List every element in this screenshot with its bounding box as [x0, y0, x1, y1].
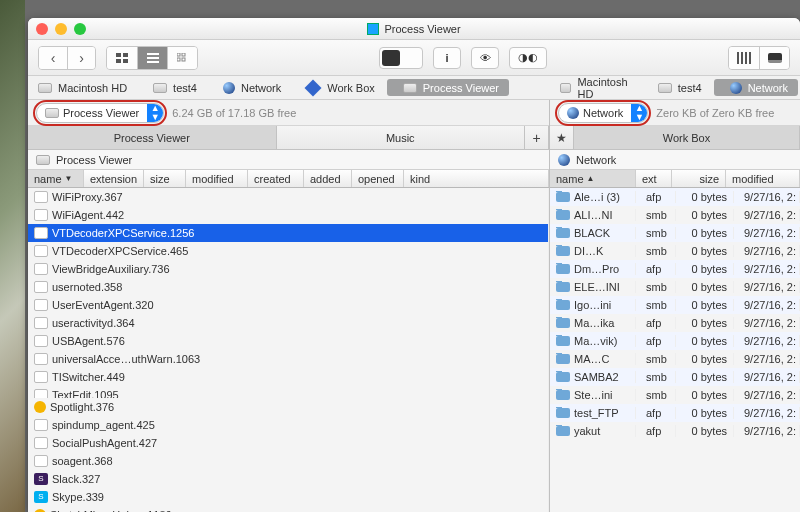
globe-icon: [223, 82, 235, 94]
col-kind[interactable]: kind: [404, 170, 549, 187]
list-item[interactable]: SocialPushAgent.427: [28, 434, 548, 452]
info-button[interactable]: i: [433, 47, 461, 69]
svg-rect-1: [123, 53, 128, 57]
table-row[interactable]: test_FTPafp0 bytes9/27/16, 2:: [550, 404, 800, 422]
terminal-button[interactable]: [759, 47, 789, 69]
path-segment[interactable]: Network: [207, 76, 291, 99]
table-row[interactable]: Ste…inismb0 bytes9/27/16, 2:: [550, 386, 800, 404]
doc-icon: [34, 419, 48, 431]
dual-pane-toggle[interactable]: [379, 47, 423, 69]
col-added[interactable]: added: [304, 170, 352, 187]
doc-icon: [34, 455, 48, 467]
table-row[interactable]: Igo…inismb0 bytes9/27/16, 2:: [550, 296, 800, 314]
titlebar: Process Viewer: [28, 18, 800, 40]
table-row[interactable]: Ma…ikaafp0 bytes9/27/16, 2:: [550, 314, 800, 332]
path-segment[interactable]: test4: [642, 76, 712, 99]
view-list-mode[interactable]: [137, 47, 167, 69]
col-created[interactable]: created: [248, 170, 304, 187]
folder-icon: [556, 408, 570, 418]
list-item[interactable]: SketchMirrorHelper.1186: [28, 506, 548, 512]
col-name[interactable]: name▲: [550, 170, 636, 187]
right-tools-segment: [728, 46, 790, 70]
table-row[interactable]: DI…Ksmb0 bytes9/27/16, 2:: [550, 242, 800, 260]
left-file-list: WiFiProxy.367WiFiAgent.442VTDecoderXPCSe…: [28, 188, 550, 512]
path-segment[interactable]: Network: [714, 79, 798, 96]
table-row[interactable]: ELE…INIsmb0 bytes9/27/16, 2:: [550, 278, 800, 296]
hdd-icon: [38, 83, 52, 93]
toolbar: ‹ › i 👁 ◑◐: [28, 40, 800, 76]
col-size[interactable]: size: [144, 170, 186, 187]
table-row[interactable]: Ma…vik)afp0 bytes9/27/16, 2:: [550, 332, 800, 350]
col-modified[interactable]: modified: [726, 170, 800, 187]
list-item[interactable]: Spotlight.376: [28, 398, 548, 416]
doc-icon: [34, 389, 48, 398]
table-row[interactable]: ALI…NIsmb0 bytes9/27/16, 2:: [550, 206, 800, 224]
right-disk-info: Zero KB of Zero KB free: [656, 107, 774, 119]
list-item[interactable]: USBAgent.576: [28, 332, 548, 350]
chevron-updown-icon: ▲▼: [631, 103, 647, 123]
table-row[interactable]: SAMBA2smb0 bytes9/27/16, 2:: [550, 368, 800, 386]
list-item[interactable]: SSkype.339: [28, 488, 548, 506]
table-row[interactable]: yakutafp0 bytes9/27/16, 2:: [550, 422, 800, 440]
back-button[interactable]: ‹: [39, 47, 67, 69]
col-name[interactable]: name▼: [28, 170, 84, 187]
folder-icon: [556, 336, 570, 346]
tab-add-button[interactable]: +: [525, 126, 549, 149]
folder-icon: [556, 192, 570, 202]
path-segment[interactable]: Process Viewer: [387, 79, 509, 96]
col-modified[interactable]: modified: [186, 170, 248, 187]
left-location-select[interactable]: Process Viewer ▲▼: [36, 103, 164, 123]
list-item[interactable]: TextEdit.1095: [28, 386, 548, 398]
list-item[interactable]: VTDecoderXPCService.465: [28, 242, 548, 260]
forward-button[interactable]: ›: [67, 47, 95, 69]
list-item[interactable]: TISwitcher.449: [28, 368, 548, 386]
binoculars-button[interactable]: ◑◐: [509, 47, 547, 69]
list-item[interactable]: universalAcce…uthWarn.1063: [28, 350, 548, 368]
list-item[interactable]: UserEventAgent.320: [28, 296, 548, 314]
col-extension[interactable]: extension: [84, 170, 144, 187]
quicklook-button[interactable]: 👁: [471, 47, 499, 69]
svg-rect-8: [182, 53, 185, 56]
list-item[interactable]: VTDecoderXPCService.1256: [28, 224, 548, 242]
path-segment[interactable]: Work Box: [291, 76, 384, 99]
list-item[interactable]: WiFiProxy.367: [28, 188, 548, 206]
tab-music[interactable]: Music: [277, 126, 526, 149]
col-opened[interactable]: opened: [352, 170, 404, 187]
hdd-icon: [560, 83, 571, 93]
path-segment[interactable]: Macintosh HD: [550, 76, 642, 99]
tab-favorite-button[interactable]: ★: [550, 126, 574, 149]
doc-icon: [34, 335, 48, 347]
list-item[interactable]: spindump_agent.425: [28, 416, 548, 434]
doc-icon: [34, 437, 48, 449]
tab-process-viewer[interactable]: Process Viewer: [28, 126, 277, 149]
left-breadcrumb[interactable]: Process Viewer: [28, 150, 549, 170]
table-row[interactable]: Dm…Proafp0 bytes9/27/16, 2:: [550, 260, 800, 278]
view-icon-mode[interactable]: [107, 47, 137, 69]
columns-button[interactable]: [729, 47, 759, 69]
path-segment[interactable]: test4: [137, 76, 207, 99]
col-size[interactable]: size: [672, 170, 726, 187]
table-row[interactable]: Ale…i (3)afp0 bytes9/27/16, 2:: [550, 188, 800, 206]
pathbar: Macintosh HDtest4NetworkWork BoxProcess …: [28, 76, 800, 100]
folder-icon: [556, 282, 570, 292]
list-item[interactable]: useractivityd.364: [28, 314, 548, 332]
right-table-header: name▲ ext size modified: [550, 170, 800, 188]
svg-rect-0: [116, 53, 121, 57]
table-row[interactable]: BLACKsmb0 bytes9/27/16, 2:: [550, 224, 800, 242]
list-item[interactable]: SSlack.327: [28, 470, 548, 488]
list-item[interactable]: ViewBridgeAuxiliary.736: [28, 260, 548, 278]
path-segment[interactable]: Macintosh HD: [28, 76, 137, 99]
view-mode-segment: [106, 46, 198, 70]
list-item[interactable]: WiFiAgent.442: [28, 206, 548, 224]
right-breadcrumb[interactable]: Network: [550, 150, 800, 170]
doc-icon: [34, 299, 48, 311]
list-item[interactable]: soagent.368: [28, 452, 548, 470]
col-ext[interactable]: ext: [636, 170, 672, 187]
sort-asc-icon: ▲: [587, 174, 595, 183]
view-grid-mode[interactable]: [167, 47, 197, 69]
right-location-select[interactable]: Network ▲▼: [558, 103, 648, 123]
tab-work-box[interactable]: Work Box: [574, 126, 800, 149]
folder-icon: [556, 300, 570, 310]
table-row[interactable]: MA…Csmb0 bytes9/27/16, 2:: [550, 350, 800, 368]
list-item[interactable]: usernoted.358: [28, 278, 548, 296]
